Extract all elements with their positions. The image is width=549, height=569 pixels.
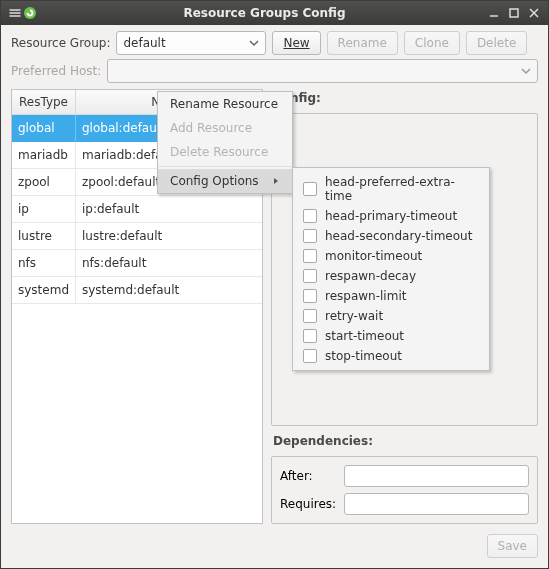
close-icon[interactable] [526,5,542,21]
main-area: ResType Name globalglobal:defaultmariadb… [1,89,548,530]
table-row[interactable]: lustrelustre:default [12,223,262,250]
checkbox-icon [303,329,317,343]
table-row[interactable]: systemdsystemd:default [12,277,262,304]
cell-name: nfs:default [76,250,262,276]
resource-group-select[interactable]: default [116,31,266,55]
config-option-item[interactable]: head-preferred-extra-time [293,172,489,206]
chevron-down-icon [521,66,531,76]
col-header-restype[interactable]: ResType [12,90,76,114]
menu-config-options[interactable]: Config Options [158,169,292,193]
config-option-label: respawn-decay [325,269,416,283]
cell-name: ip:default [76,196,262,222]
config-options-submenu: head-preferred-extra-timehead-primary-ti… [292,167,490,371]
table-row[interactable]: nfsnfs:default [12,250,262,277]
config-option-item[interactable]: start-timeout [293,326,489,346]
rename-button[interactable]: Rename [327,31,398,55]
checkbox-icon [303,182,317,196]
context-menu: Rename Resource Add Resource Delete Reso… [157,91,293,194]
config-option-label: retry-wait [325,309,383,323]
clone-button[interactable]: Clone [404,31,460,55]
cell-restype: mariadb [12,142,76,168]
cell-restype: global [12,115,76,141]
titlebar: Resource Groups Config [1,1,548,25]
chevron-right-icon [272,177,280,185]
menu-separator [158,166,292,167]
svg-rect-1 [510,9,518,17]
resource-group-label: Resource Group: [11,36,110,50]
new-button[interactable]: New [272,31,320,55]
config-option-item[interactable]: respawn-limit [293,286,489,306]
after-input[interactable] [344,465,529,487]
config-option-item[interactable]: head-secondary-timeout [293,226,489,246]
checkbox-icon [303,229,317,243]
after-label: After: [280,469,336,483]
config-option-label: respawn-limit [325,289,406,303]
dependencies-box: After: Requires: [271,456,538,524]
cell-restype: ip [12,196,76,222]
config-option-label: monitor-timeout [325,249,422,263]
menu-add-resource[interactable]: Add Resource [158,116,292,140]
save-button[interactable]: Save [487,534,538,558]
window-title: Resource Groups Config [43,6,486,20]
config-option-label: stop-timeout [325,349,402,363]
cell-name: systemd:default [76,277,262,303]
maximize-icon[interactable] [506,5,522,21]
checkbox-icon [303,309,317,323]
table-row[interactable]: ipip:default [12,196,262,223]
checkbox-icon [303,209,317,223]
preferred-host-select[interactable] [107,59,538,83]
toolbar-row-2: Preferred Host: [1,57,548,89]
requires-label: Requires: [280,497,336,511]
config-option-item[interactable]: retry-wait [293,306,489,326]
cell-restype: zpool [12,169,76,195]
config-option-label: head-preferred-extra-time [325,175,479,203]
footer: Save [1,530,548,568]
resource-group-value: default [123,36,165,50]
menu-delete-resource[interactable]: Delete Resource [158,140,292,164]
cell-name: lustre:default [76,223,262,249]
requires-input[interactable] [344,493,529,515]
checkbox-icon [303,349,317,363]
toolbar-row-1: Resource Group: default New Rename Clone… [1,25,548,57]
svg-point-0 [24,7,36,19]
window: Resource Groups Config Resource Group: d… [0,0,549,569]
cell-restype: lustre [12,223,76,249]
app-icon [23,6,37,20]
config-option-label: head-secondary-timeout [325,229,472,243]
config-label: Config: [271,89,538,107]
window-menu-icon[interactable] [7,5,23,21]
config-option-item[interactable]: monitor-timeout [293,246,489,266]
config-option-item[interactable]: stop-timeout [293,346,489,366]
checkbox-icon [303,269,317,283]
minimize-icon[interactable] [486,5,502,21]
checkbox-icon [303,289,317,303]
preferred-host-label: Preferred Host: [11,64,101,78]
cell-restype: systemd [12,277,76,303]
menu-rename-resource[interactable]: Rename Resource [158,92,292,116]
chevron-down-icon [249,38,259,48]
config-option-item[interactable]: respawn-decay [293,266,489,286]
cell-restype: nfs [12,250,76,276]
delete-button[interactable]: Delete [466,31,527,55]
checkbox-icon [303,249,317,263]
config-option-label: start-timeout [325,329,404,343]
config-option-item[interactable]: head-primary-timeout [293,206,489,226]
dependencies-label: Dependencies: [271,432,538,450]
config-option-label: head-primary-timeout [325,209,457,223]
